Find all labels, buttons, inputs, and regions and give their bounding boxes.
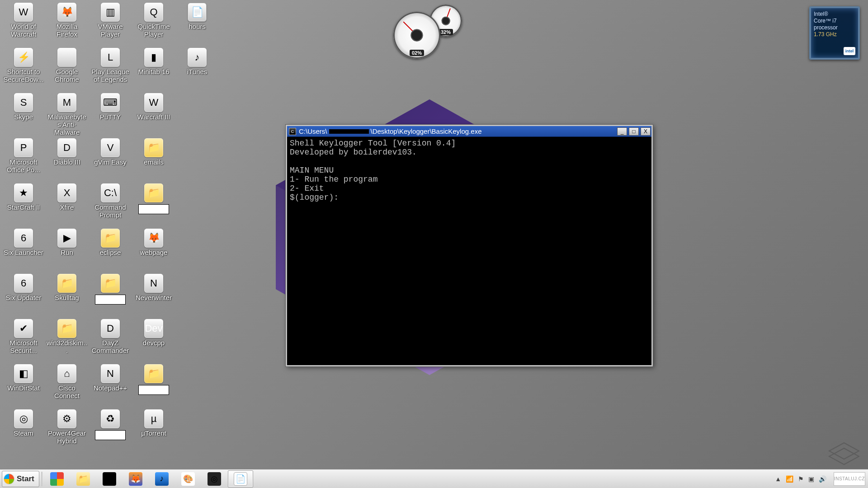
app-icon: L bbox=[101, 48, 120, 67]
steam-icon: ◎ bbox=[208, 472, 221, 486]
tray-action-center-icon[interactable]: ▣ bbox=[808, 475, 814, 483]
desktop-icon[interactable]: ⌨PuTTY bbox=[89, 92, 132, 137]
console-output[interactable]: Shell Keylogger Tool [Version 0.4] Devel… bbox=[287, 137, 651, 365]
desktop-icon[interactable]: 📁eclipse bbox=[89, 228, 132, 273]
desktop-icon[interactable]: µµTorrent bbox=[132, 408, 175, 454]
app-icon: ▮ bbox=[144, 48, 163, 67]
tray-wifi-icon[interactable]: 📶 bbox=[786, 475, 793, 483]
svg-marker-2 bbox=[829, 443, 859, 459]
desktop-icon[interactable]: ✔Microsoft Securit... bbox=[2, 318, 45, 363]
desktop-icon[interactable]: 📁 bbox=[132, 363, 175, 408]
app-icon: 📁 bbox=[144, 364, 163, 383]
desktop-icon[interactable]: ★StarCraft II bbox=[2, 183, 45, 228]
desktop-icon[interactable]: LPlay League of Legends bbox=[89, 47, 132, 92]
desktop-icon[interactable]: PMicrosoft Office Po... bbox=[2, 137, 45, 183]
desktop-icon[interactable]: VgVim Easy bbox=[89, 137, 132, 183]
icon-label: µTorrent bbox=[141, 429, 166, 437]
icon-label: WinDirStat bbox=[7, 384, 40, 392]
desktop-icon[interactable]: DDayZ Commander bbox=[89, 318, 132, 363]
desktop-icon[interactable]: NNotepad++ bbox=[89, 363, 132, 408]
maximize-button[interactable]: □ bbox=[629, 127, 639, 136]
desktop-icon[interactable]: MMalwarebytes Anti-Malware bbox=[45, 92, 89, 137]
watermark-icon bbox=[826, 441, 862, 466]
icon-label bbox=[138, 385, 169, 395]
icon-label: PuTTY bbox=[100, 113, 121, 121]
desktop-icon[interactable]: ▥VMware Player bbox=[89, 2, 132, 47]
taskbar-item-steam[interactable]: ◎ bbox=[202, 470, 227, 488]
desktop-icon[interactable]: ▮Minitab 16 bbox=[132, 47, 175, 92]
icon-label: Mozilla Firefox bbox=[46, 23, 88, 38]
brand-watermark: INSTALUJ.CZ bbox=[834, 472, 865, 486]
notepad-icon: 📄 bbox=[234, 472, 247, 486]
desktop-icon[interactable]: 📁 bbox=[89, 273, 132, 318]
desktop-icon[interactable]: ♪iTunes bbox=[175, 47, 219, 92]
desktop-icon[interactable]: 📁win32diskim... bbox=[45, 318, 89, 363]
app-icon: S bbox=[14, 93, 33, 112]
desktop-icon[interactable]: QQuickTime Player bbox=[132, 2, 175, 47]
desktop-icon[interactable]: 📁 bbox=[132, 183, 175, 228]
desktop-icon[interactable]: ◧WinDirStat bbox=[2, 363, 45, 408]
desktop-icon[interactable]: 📄hours bbox=[175, 2, 219, 47]
icon-label: Google Chrome bbox=[46, 68, 88, 83]
close-button[interactable]: X bbox=[641, 127, 651, 136]
taskbar-item-chrome[interactable] bbox=[44, 470, 70, 488]
app-icon: ⌨ bbox=[101, 93, 120, 112]
tray-volume-icon[interactable]: 🔊 bbox=[819, 475, 826, 483]
icon-label: QuickTime Player bbox=[133, 23, 175, 38]
app-icon: N bbox=[144, 274, 163, 293]
desktop-icon[interactable]: 📁Skulltag bbox=[45, 273, 89, 318]
desktop-icon[interactable]: WWarcraft III bbox=[132, 92, 175, 137]
start-label: Start bbox=[17, 474, 34, 483]
console-titlebar[interactable]: C C:\Users\ \Desktop\Keylogger\BasicKeyl… bbox=[287, 126, 651, 137]
tray-flag-icon[interactable]: ⚑ bbox=[798, 475, 804, 483]
desktop-icon[interactable]: 6Six Updater bbox=[2, 273, 45, 318]
desktop-icon[interactable]: C:\Command Prompt bbox=[89, 183, 132, 228]
console-window[interactable]: C C:\Users\ \Desktop\Keylogger\BasicKeyl… bbox=[286, 125, 653, 366]
desktop-icon[interactable]: DDiablo III bbox=[45, 137, 89, 183]
ram-readout: 32% bbox=[439, 29, 453, 35]
minimize-button[interactable]: _ bbox=[617, 127, 627, 136]
desktop-icon[interactable]: WWorld of Warcraft bbox=[2, 2, 45, 47]
system-tray: ▲ 📶 ⚑ ▣ 🔊 INSTALUJ.CZ bbox=[775, 472, 868, 486]
app-icon: 📄 bbox=[188, 3, 207, 22]
icon-label: Microsoft Office Po... bbox=[3, 158, 44, 174]
desktop-icon[interactable]: ⚙Power4Gear Hybrid bbox=[45, 408, 89, 454]
icon-label: Skulltag bbox=[55, 294, 79, 301]
chrome-icon bbox=[50, 472, 64, 486]
desktop-icon[interactable]: ⚡Shortcut to SecureDow... bbox=[2, 47, 45, 92]
taskbar-item-itunes[interactable]: ♪ bbox=[149, 470, 175, 488]
taskbar-item-explorer[interactable]: 📁 bbox=[71, 470, 96, 488]
app-icon: D bbox=[57, 138, 76, 157]
app-icon: X bbox=[57, 183, 76, 202]
app-icon bbox=[57, 48, 76, 67]
desktop-icon[interactable]: 🦊Mozilla Firefox bbox=[45, 2, 89, 47]
icon-label: emails bbox=[144, 158, 163, 166]
taskbar-item-firefox[interactable]: 🦊 bbox=[123, 470, 148, 488]
desktop-icon[interactable]: XXfire bbox=[45, 183, 89, 228]
desktop-icon[interactable]: ♻ bbox=[89, 408, 132, 454]
icon-label: Six Launcher bbox=[4, 249, 43, 256]
taskbar-item-notepad[interactable]: 📄 bbox=[228, 470, 253, 488]
desktop-icon[interactable]: Devdevcpp bbox=[132, 318, 175, 363]
desktop-icon[interactable]: 📁emails bbox=[132, 137, 175, 183]
taskbar-item-paint[interactable]: 🎨 bbox=[175, 470, 201, 488]
app-icon: 📁 bbox=[57, 274, 76, 293]
app-icon: D bbox=[101, 319, 120, 338]
tray-chevron-icon[interactable]: ▲ bbox=[775, 475, 781, 483]
desktop-icon[interactable]: Google Chrome bbox=[45, 47, 89, 92]
desktop-icon[interactable]: 🦊webpage bbox=[132, 228, 175, 273]
desktop-icon[interactable]: ◎Steam bbox=[2, 408, 45, 454]
taskbar-item-cmd[interactable]: C:\ bbox=[97, 470, 122, 488]
app-icon: ⚡ bbox=[14, 48, 33, 67]
app-icon: C:\ bbox=[101, 183, 120, 202]
start-button[interactable]: Start bbox=[2, 471, 39, 487]
desktop-icon[interactable]: SSkype bbox=[2, 92, 45, 137]
app-icon: N bbox=[101, 364, 120, 383]
desktop-icon[interactable]: NNeverwinter bbox=[132, 273, 175, 318]
desktop-icon[interactable]: 6Six Launcher bbox=[2, 228, 45, 273]
desktop-icon[interactable]: ▶Run bbox=[45, 228, 89, 273]
icon-label: Command Prompt bbox=[90, 203, 131, 219]
icon-label: Malwarebytes Anti-Malware bbox=[46, 113, 88, 136]
desktop-icon[interactable]: ⌂Cisco Connect bbox=[45, 363, 89, 408]
icon-label: Play League of Legends bbox=[90, 68, 131, 83]
